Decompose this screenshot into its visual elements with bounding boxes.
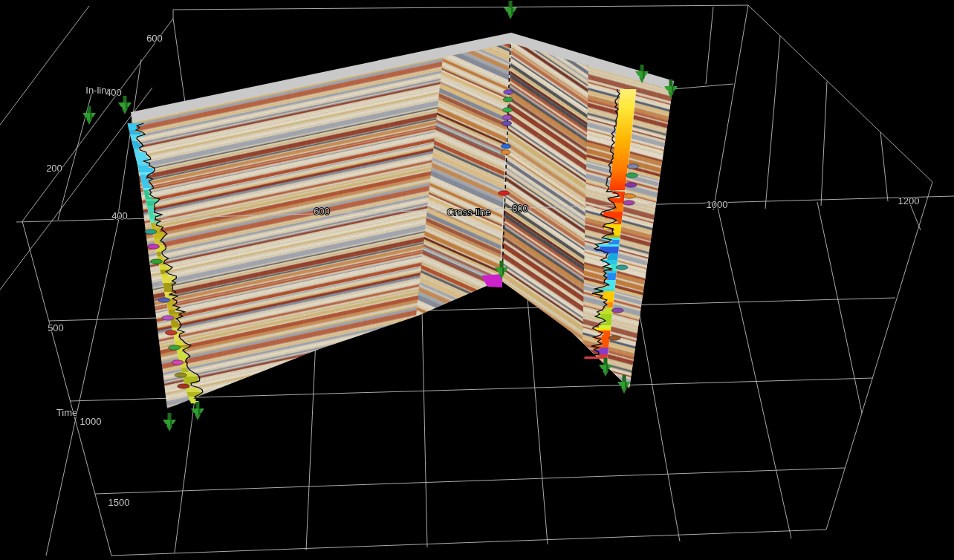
crossline-tick: 800 — [512, 203, 528, 214]
well-top-marker[interactable] — [175, 373, 186, 377]
well-top-marker[interactable] — [501, 144, 510, 149]
well-top-marker[interactable] — [499, 191, 510, 195]
inline-tick: 600 — [146, 33, 163, 44]
well-top-marker[interactable] — [503, 108, 513, 112]
well-top-marker[interactable] — [611, 308, 623, 313]
well-top-marker[interactable] — [625, 183, 637, 187]
well-top-marker[interactable] — [623, 194, 635, 198]
scene-canvas[interactable]: In-lineCross-lineTime6004002004006008001… — [0, 0, 954, 560]
axis-label-crossline: Cross-line — [447, 206, 491, 218]
seismic-3d-viewport[interactable]: In-lineCross-lineTime6004002004006008001… — [0, 0, 954, 560]
inline-tick: 400 — [106, 87, 122, 98]
crossline-tick: 1200 — [898, 195, 920, 206]
time-tick: 1500 — [108, 497, 130, 508]
well-top-marker[interactable] — [169, 345, 181, 350]
well-top-marker[interactable] — [626, 173, 638, 178]
well-top-marker[interactable] — [145, 229, 157, 234]
crossline-tick: 1000 — [707, 199, 728, 210]
well-top-marker[interactable] — [501, 150, 510, 154]
well-top-marker[interactable] — [172, 360, 184, 365]
well-top-marker[interactable] — [148, 244, 160, 249]
well-top-marker[interactable] — [616, 265, 628, 270]
well-top-marker[interactable] — [504, 90, 513, 94]
well-top-marker[interactable] — [502, 115, 512, 120]
well-top-marker[interactable] — [609, 336, 620, 340]
well-top-marker[interactable] — [627, 164, 639, 169]
axis-label-time: Time — [56, 407, 77, 418]
inline-tick: 200 — [46, 163, 62, 174]
well-top-marker[interactable] — [623, 201, 635, 205]
well-top-marker[interactable] — [158, 298, 170, 302]
well-top-marker[interactable] — [503, 97, 513, 102]
well-top-marker[interactable] — [151, 259, 163, 264]
well-top-marker[interactable] — [165, 331, 177, 335]
time-tick: 1000 — [80, 416, 102, 427]
well-top-marker[interactable] — [502, 121, 512, 126]
well-top-marker[interactable] — [178, 384, 189, 388]
time-tick: 500 — [48, 322, 64, 333]
crossline-tick: 600 — [314, 206, 330, 217]
well-top-marker[interactable] — [162, 316, 174, 320]
crossline-tick: 400 — [111, 210, 128, 221]
